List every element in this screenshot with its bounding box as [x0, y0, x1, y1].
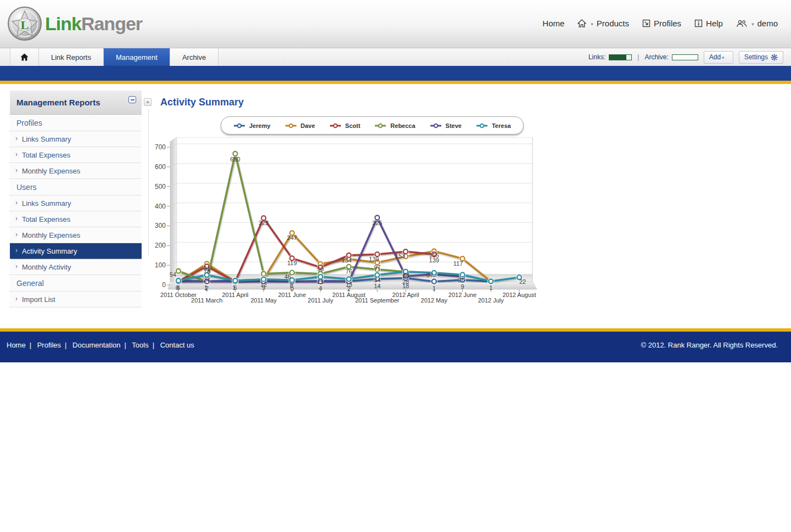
chevron-right-icon: ›	[15, 166, 18, 174]
top-menu: Home ▾ Products Profiles Help ▾ demo	[542, 19, 778, 28]
tab-archive[interactable]: Archive	[170, 48, 218, 66]
sidebar-item-users-activity-summary[interactable]: ›Activity Summary	[10, 243, 142, 259]
sidebar-item-profiles-links-summary[interactable]: ›Links Summary	[10, 131, 142, 147]
svg-text:117: 117	[453, 260, 463, 267]
sidebar-item-label: Total Expenses	[22, 151, 70, 159]
sidebar-item-users-links-summary[interactable]: ›Links Summary	[10, 195, 142, 211]
svg-text:0: 0	[162, 281, 166, 289]
svg-text:26: 26	[458, 277, 464, 283]
footer: Home| Profiles| Documentation| Tools| Co…	[0, 332, 791, 362]
footer-link-contact-us[interactable]: Contact us	[160, 341, 194, 349]
tab-home[interactable]	[10, 48, 39, 66]
sidebar-item-label: Monthly Activity	[22, 263, 71, 271]
footer-link-home[interactable]: Home	[7, 341, 26, 349]
svg-text:650: 650	[230, 156, 240, 163]
svg-text:54: 54	[170, 271, 176, 278]
top-header: L LinkRanger Home ▾ Products Profiles He…	[0, 0, 791, 48]
svg-text:2: 2	[347, 285, 350, 292]
legend-marker-icon	[233, 121, 245, 131]
sidebar-item-label: Activity Summary	[22, 247, 77, 255]
sidebar-item-label: Monthly Expenses	[22, 231, 80, 239]
svg-text:1: 1	[433, 285, 436, 292]
footer-link-tools[interactable]: Tools	[132, 341, 148, 349]
legend-label: Teresa	[492, 122, 511, 129]
sidebar-section-general: General	[10, 275, 142, 292]
menu-profiles[interactable]: Profiles	[642, 19, 681, 28]
add-button[interactable]: Add ▾	[704, 51, 733, 64]
legend-marker-icon	[329, 121, 341, 131]
chevron-right-icon: ›	[15, 199, 18, 206]
archive-meter-label: Archive:	[644, 53, 668, 61]
meter-separator: |	[637, 53, 639, 61]
tab-management[interactable]: Management	[104, 48, 170, 66]
svg-text:247: 247	[287, 234, 297, 241]
section-label: General	[16, 279, 44, 288]
legend-label: Steve	[446, 122, 462, 129]
svg-text:500: 500	[155, 183, 166, 191]
svg-text:300: 300	[155, 222, 166, 229]
svg-text:139: 139	[369, 256, 379, 262]
sidebar-item-general-import-list[interactable]: ›Import List	[10, 292, 142, 307]
tab-link-reports[interactable]: Link Reports	[39, 48, 104, 66]
legend-item-steve[interactable]: Steve	[430, 121, 462, 131]
svg-text:323: 323	[259, 220, 268, 226]
management-reports-sidebar: Management Reports Profiles ›Links Summa…	[10, 91, 142, 307]
footer-link-documentation[interactable]: Documentation	[72, 341, 120, 349]
svg-text:4: 4	[319, 285, 322, 292]
legend-marker-icon	[285, 121, 297, 131]
menu-products[interactable]: ▾ Products	[577, 19, 629, 28]
sidebar-item-profiles-total-expenses[interactable]: ›Total Expenses	[10, 147, 142, 163]
gear-icon	[771, 54, 778, 61]
legend-item-jeremy[interactable]: Jeremy	[233, 121, 271, 131]
line-chart-canvas: 01002003004005006007002011 October2011 M…	[155, 137, 539, 307]
svg-text:76: 76	[345, 268, 352, 275]
settings-button[interactable]: Settings	[739, 51, 783, 64]
legend-marker-icon	[430, 121, 442, 131]
menu-user[interactable]: ▾ demo	[736, 19, 778, 28]
links-usage-fill	[609, 55, 626, 60]
footer-separator: |	[30, 341, 31, 349]
chevron-right-icon: ›	[15, 150, 18, 158]
sidebar-section-users: Users	[10, 179, 142, 195]
sidebar-item-label: Total Expenses	[22, 215, 70, 223]
section-label: Users	[16, 183, 37, 192]
svg-text:14: 14	[374, 283, 380, 289]
menu-profiles-label: Profiles	[654, 19, 681, 28]
settings-button-label: Settings	[744, 53, 768, 61]
menu-home[interactable]: Home	[542, 19, 564, 28]
legend-item-dave[interactable]: Dave	[285, 121, 315, 131]
home-icon	[20, 53, 29, 61]
sidebar-item-users-total-expenses[interactable]: ›Total Expenses	[10, 211, 142, 227]
svg-text:22: 22	[519, 278, 526, 285]
legend-marker-icon	[476, 121, 488, 131]
collapse-sidebar-button[interactable]: «	[144, 98, 152, 106]
svg-text:2012 April: 2012 April	[392, 292, 419, 298]
legend-item-rebecca[interactable]: Rebecca	[374, 121, 415, 131]
svg-text:134: 134	[341, 257, 351, 264]
legend-item-teresa[interactable]: Teresa	[476, 121, 511, 131]
minimize-panel-icon[interactable]	[128, 96, 136, 103]
brand-logo[interactable]: L LinkRanger	[7, 5, 142, 42]
svg-text:37: 37	[427, 272, 433, 278]
tab-link-reports-label: Link Reports	[51, 53, 91, 61]
house-icon	[577, 19, 586, 27]
legend-label: Scott	[345, 122, 361, 129]
svg-text:600: 600	[155, 163, 166, 171]
footer-separator: |	[125, 341, 126, 349]
chevron-down-icon: ▾	[722, 55, 725, 60]
svg-text:L: L	[21, 18, 29, 32]
chevron-down-icon: ▾	[591, 21, 593, 27]
tab-archive-label: Archive	[182, 53, 206, 61]
sidebar-item-users-monthly-expenses[interactable]: ›Monthly Expenses	[10, 227, 142, 243]
footer-link-profiles[interactable]: Profiles	[37, 341, 61, 349]
sidebar-item-users-monthly-activity[interactable]: ›Monthly Activity	[10, 259, 142, 275]
svg-text:18: 18	[402, 283, 409, 289]
users-icon	[736, 20, 747, 27]
svg-text:100: 100	[155, 261, 166, 269]
sidebar-item-profiles-monthly-expenses[interactable]: ›Monthly Expenses	[10, 163, 142, 179]
chevron-right-icon: ›	[15, 295, 18, 303]
legend-item-scott[interactable]: Scott	[329, 121, 361, 131]
sidebar-item-label: Import List	[22, 295, 55, 304]
menu-help[interactable]: Help	[694, 19, 723, 28]
chevron-down-icon: ▾	[751, 21, 754, 27]
